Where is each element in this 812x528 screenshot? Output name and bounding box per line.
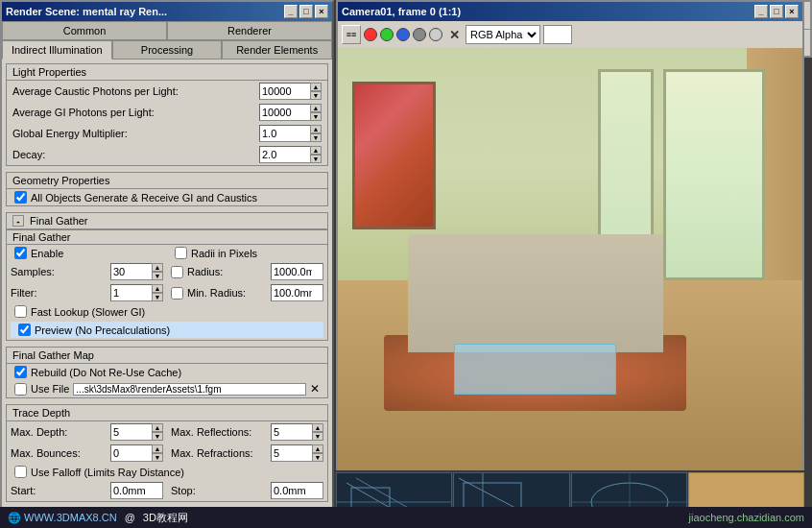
fg-samples-down[interactable]: ▼ (152, 272, 163, 280)
maximize-button[interactable]: □ (299, 5, 313, 18)
color-dot-blue[interactable] (396, 28, 410, 41)
start-input[interactable]: 0.0mm (110, 482, 163, 499)
caustic-photons-input[interactable]: 10000 ▲ ▼ (259, 83, 322, 100)
fg-radius-field[interactable]: 1000.0m (274, 266, 312, 277)
gi-photons-down[interactable]: ▼ (310, 112, 322, 121)
fgm-clear-icon[interactable]: ✕ (310, 382, 320, 396)
max-depth-input[interactable]: 5 ▲ ▼ (110, 423, 163, 441)
max-bounces-up[interactable]: ▲ (152, 444, 163, 453)
caustic-photons-field[interactable]: 10000 (262, 85, 310, 97)
max-reflections-up[interactable]: ▲ (312, 423, 323, 432)
tab-indirect-illumination[interactable]: Indirect Illumination (2, 40, 112, 60)
gi-photons-up[interactable]: ▲ (310, 104, 322, 112)
global-energy-up[interactable]: ▲ (310, 125, 322, 133)
decay-up[interactable]: ▲ (310, 146, 322, 155)
global-energy-down[interactable]: ▼ (310, 133, 322, 142)
fg-filter-input[interactable]: 1 ▲ ▼ (110, 284, 163, 301)
channel-x-button[interactable]: ✕ (445, 26, 463, 43)
fg-minradius-field[interactable]: 100.0mm (274, 287, 312, 299)
status-bar: 🌐 WWW.3DMAX8.CN @ 3D教程网 jiaocheng.chazid… (0, 507, 812, 528)
fg-enable-checkbox[interactable] (14, 247, 27, 259)
max-depth-up[interactable]: ▲ (152, 423, 163, 432)
fg-samples-up[interactable]: ▲ (152, 263, 163, 272)
tab-common[interactable]: Common (2, 21, 167, 39)
fg-radius-input[interactable]: 1000.0m (271, 263, 323, 280)
decay-input[interactable]: 2.0 ▲ ▼ (259, 146, 322, 163)
fg-fastlookup-checkbox[interactable] (14, 305, 27, 318)
fg-filter-field[interactable]: 1 (113, 287, 152, 299)
painting (352, 82, 436, 229)
geometry-checkbox-label: All Objects Generate & Receive GI and Ca… (31, 192, 257, 204)
max-reflections-down[interactable]: ▼ (312, 432, 323, 441)
max-bounces-field[interactable]: 0 (113, 447, 152, 459)
max-reflections-field[interactable]: 5 (274, 426, 312, 438)
gi-photons-field[interactable]: 10000 (262, 107, 310, 118)
caustic-photons-down[interactable]: ▼ (310, 91, 322, 100)
camera-close-button[interactable]: × (785, 5, 799, 18)
color-dot-gray[interactable] (413, 28, 426, 41)
close-button[interactable]: × (315, 5, 328, 18)
max-bounces-row: Max. Bounces: 0 ▲ ▼ (7, 443, 167, 464)
fg-preview-checkbox[interactable] (18, 324, 31, 336)
minimize-button[interactable]: _ (284, 5, 298, 18)
camera-title-buttons: _ □ × (754, 5, 799, 18)
max-refractions-down[interactable]: ▼ (312, 453, 323, 462)
final-gather-section: Final Gather Enable Radii in Pixels Samp… (6, 229, 328, 341)
max-depth-field[interactable]: 5 (113, 426, 152, 438)
max-depth-down[interactable]: ▼ (152, 432, 163, 441)
tab-renderer[interactable]: Renderer (167, 21, 332, 39)
fg-radii-checkbox[interactable] (175, 247, 187, 259)
fg-filter-down[interactable]: ▼ (152, 293, 163, 301)
max-refractions-up[interactable]: ▲ (312, 444, 323, 453)
fgm-file-path[interactable]: ...sk\3dsMax8\renderAssets\1.fgm (73, 383, 306, 396)
camera-maximize-button[interactable]: □ (770, 5, 783, 18)
color-dot-lightgray[interactable] (429, 28, 442, 41)
final-gather-collapse-icon[interactable]: - (12, 215, 24, 227)
fg-minradius-input[interactable]: 100.0mm (271, 284, 323, 301)
max-refractions-input[interactable]: 5 ▲ ▼ (271, 444, 323, 462)
use-falloff-checkbox[interactable] (14, 466, 27, 478)
decay-down[interactable]: ▼ (310, 155, 322, 163)
geometry-checkbox[interactable] (14, 191, 27, 204)
max-refractions-field[interactable]: 5 (274, 447, 312, 459)
global-energy-field[interactable]: 1.0 (262, 128, 310, 139)
stop-field[interactable]: 0.0mm (274, 485, 312, 496)
fg-filter-row: Filter: 1 ▲ ▼ (7, 282, 167, 303)
channel-select[interactable]: RGB Alpha (466, 25, 540, 44)
tab-row-1: Common Renderer (2, 21, 332, 40)
final-gather-section-title: Final Gather (7, 230, 327, 245)
fg-samples-field[interactable]: 30 (113, 266, 152, 277)
fg-minradius-checkbox[interactable] (171, 287, 183, 300)
decay-spinners: ▲ ▼ (310, 146, 322, 163)
max-reflections-spinners: ▲ ▼ (312, 423, 323, 441)
light-properties-title: Light Properties (7, 64, 327, 81)
gi-photons-input[interactable]: 10000 ▲ ▼ (259, 104, 322, 121)
geometry-properties-title: Geometry Properties (7, 173, 327, 189)
fgm-rebuild-checkbox[interactable] (14, 366, 27, 378)
max-bounces-input[interactable]: 0 ▲ ▼ (110, 444, 163, 462)
window-right (663, 69, 765, 280)
final-gather-header[interactable]: - Final Gather (6, 212, 328, 229)
decay-field[interactable]: 2.0 (262, 149, 310, 160)
max-bounces-down[interactable]: ▼ (152, 453, 163, 462)
fg-filter-up[interactable]: ▲ (152, 284, 163, 293)
gi-photons-label: Average GI Photons per Light: (12, 107, 255, 118)
tab-render-elements[interactable]: Render Elements (222, 40, 332, 59)
tab-processing[interactable]: Processing (112, 40, 223, 59)
camera-minimize-button[interactable]: _ (754, 5, 768, 18)
fgm-usefile-row: Use File ...sk\3dsMax8\renderAssets\1.fg… (7, 380, 327, 397)
start-field[interactable]: 0.0mm (113, 485, 152, 496)
camera-tool-1[interactable]: ≡≡ (342, 25, 361, 44)
global-energy-input[interactable]: 1.0 ▲ ▼ (259, 125, 322, 142)
fg-radius-checkbox[interactable] (171, 266, 183, 278)
max-reflections-input[interactable]: 5 ▲ ▼ (271, 423, 323, 441)
color-dot-red[interactable] (364, 28, 377, 41)
status-separator: @ (125, 512, 135, 523)
status-label: 3D教程网 (143, 511, 188, 525)
stop-input[interactable]: 0.0mm (271, 482, 323, 499)
fg-samples-input[interactable]: 30 ▲ ▼ (110, 263, 163, 280)
color-dot-green[interactable] (380, 28, 394, 41)
fgm-usefile-checkbox[interactable] (14, 383, 27, 396)
caustic-photons-up[interactable]: ▲ (310, 83, 322, 91)
fg-filter-minradius-row: Filter: 1 ▲ ▼ Min. Radius: 100.0mm (7, 282, 327, 303)
